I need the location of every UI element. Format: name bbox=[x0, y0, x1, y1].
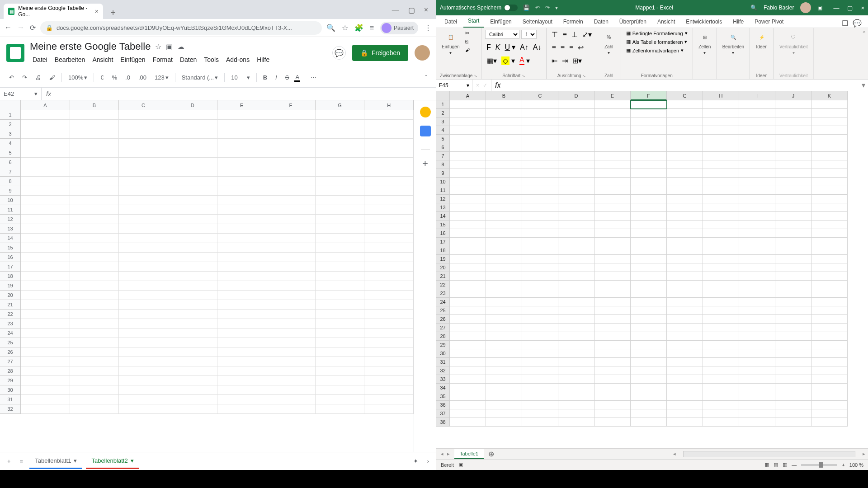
cell[interactable] bbox=[667, 135, 703, 143]
cell[interactable] bbox=[450, 109, 486, 117]
font-color-icon[interactable]: A▾ bbox=[518, 56, 531, 66]
col-header[interactable]: H bbox=[703, 91, 739, 100]
cell[interactable] bbox=[703, 246, 739, 255]
strike-icon[interactable]: S bbox=[283, 72, 292, 83]
cell[interactable] bbox=[558, 306, 594, 315]
keep-icon[interactable] bbox=[420, 107, 431, 117]
cell[interactable] bbox=[70, 129, 119, 139]
cell[interactable] bbox=[703, 169, 739, 178]
cell[interactable] bbox=[316, 148, 365, 158]
cell[interactable] bbox=[631, 178, 667, 186]
cell[interactable] bbox=[558, 298, 594, 306]
cell[interactable] bbox=[631, 289, 667, 298]
italic-icon[interactable]: I bbox=[273, 72, 280, 83]
cell[interactable] bbox=[667, 324, 703, 332]
select-all-corner[interactable] bbox=[0, 100, 21, 110]
cell[interactable] bbox=[631, 418, 667, 427]
row-header[interactable]: 35 bbox=[436, 392, 450, 401]
cell[interactable] bbox=[486, 298, 522, 306]
cell[interactable] bbox=[486, 117, 522, 126]
cell[interactable] bbox=[703, 126, 739, 135]
cell[interactable] bbox=[522, 409, 558, 418]
cell[interactable] bbox=[119, 281, 168, 291]
cell[interactable] bbox=[450, 143, 486, 152]
format-painter-button[interactable]: 🖌 bbox=[464, 47, 472, 53]
cell[interactable] bbox=[217, 385, 267, 395]
cell[interactable] bbox=[450, 358, 486, 366]
row-header[interactable]: 20 bbox=[0, 291, 21, 300]
cell[interactable] bbox=[594, 238, 631, 246]
cell[interactable] bbox=[168, 110, 217, 120]
maximize-icon[interactable]: ▢ bbox=[408, 6, 415, 14]
cell[interactable] bbox=[486, 289, 522, 298]
cell[interactable] bbox=[703, 221, 739, 229]
cell[interactable] bbox=[594, 409, 631, 418]
cell[interactable] bbox=[667, 143, 703, 152]
cell[interactable] bbox=[168, 272, 217, 281]
cell[interactable] bbox=[266, 186, 316, 196]
cell[interactable] bbox=[811, 298, 848, 306]
col-header[interactable]: H bbox=[364, 100, 414, 110]
cell[interactable] bbox=[217, 167, 267, 177]
dialog-launcher-icon[interactable]: ↘ bbox=[522, 74, 525, 78]
cell[interactable] bbox=[631, 203, 667, 212]
cell[interactable] bbox=[364, 366, 414, 376]
cell[interactable] bbox=[775, 401, 811, 409]
row-header[interactable]: 32 bbox=[436, 366, 450, 375]
cell[interactable] bbox=[266, 129, 316, 139]
cell[interactable] bbox=[775, 409, 811, 418]
reload-icon[interactable]: ⟳ bbox=[30, 23, 36, 32]
cell[interactable] bbox=[739, 169, 775, 178]
cell[interactable] bbox=[775, 289, 811, 298]
cell[interactable] bbox=[703, 272, 739, 281]
cell[interactable] bbox=[703, 401, 739, 409]
cell[interactable] bbox=[522, 186, 558, 195]
cell[interactable] bbox=[775, 246, 811, 255]
cell[interactable] bbox=[364, 300, 414, 310]
number-format-select[interactable]: 123 ▾ bbox=[152, 72, 171, 83]
sheets-logo[interactable] bbox=[6, 44, 24, 62]
rtab-datei[interactable]: Datei bbox=[440, 16, 462, 28]
cell[interactable] bbox=[217, 120, 267, 129]
cell[interactable] bbox=[631, 392, 667, 401]
cell[interactable] bbox=[739, 195, 775, 203]
increase-font-icon[interactable]: A↑ bbox=[519, 43, 530, 52]
row-header[interactable]: 12 bbox=[436, 195, 450, 203]
cell[interactable] bbox=[316, 291, 365, 300]
cell[interactable] bbox=[811, 152, 848, 160]
row-header[interactable]: 18 bbox=[436, 246, 450, 255]
cell[interactable] bbox=[450, 126, 486, 135]
cell[interactable] bbox=[217, 110, 267, 120]
cell[interactable] bbox=[168, 281, 217, 291]
cell[interactable] bbox=[168, 385, 217, 395]
cell[interactable] bbox=[775, 160, 811, 169]
cell[interactable] bbox=[667, 401, 703, 409]
cell[interactable] bbox=[631, 100, 667, 109]
cell[interactable] bbox=[667, 255, 703, 263]
cell[interactable] bbox=[775, 238, 811, 246]
cell[interactable] bbox=[558, 186, 594, 195]
cell[interactable] bbox=[119, 395, 168, 404]
row-header[interactable]: 28 bbox=[436, 332, 450, 341]
cell[interactable] bbox=[119, 224, 168, 234]
cell[interactable] bbox=[217, 366, 267, 376]
cell[interactable] bbox=[811, 221, 848, 229]
cell[interactable] bbox=[119, 357, 168, 366]
row-header[interactable]: 27 bbox=[436, 324, 450, 332]
cell[interactable] bbox=[70, 262, 119, 272]
cell[interactable] bbox=[703, 349, 739, 358]
row-header[interactable]: 25 bbox=[0, 338, 21, 347]
cell[interactable] bbox=[558, 178, 594, 186]
cell[interactable] bbox=[703, 306, 739, 315]
cell[interactable] bbox=[119, 347, 168, 357]
cell[interactable] bbox=[739, 229, 775, 238]
cell[interactable] bbox=[811, 178, 848, 186]
cell[interactable] bbox=[594, 392, 631, 401]
cell[interactable] bbox=[364, 272, 414, 281]
cell[interactable] bbox=[21, 347, 70, 357]
cell[interactable] bbox=[775, 341, 811, 349]
cell[interactable] bbox=[21, 158, 70, 167]
cell[interactable] bbox=[119, 196, 168, 205]
cell[interactable] bbox=[667, 263, 703, 272]
row-header[interactable]: 22 bbox=[436, 281, 450, 289]
